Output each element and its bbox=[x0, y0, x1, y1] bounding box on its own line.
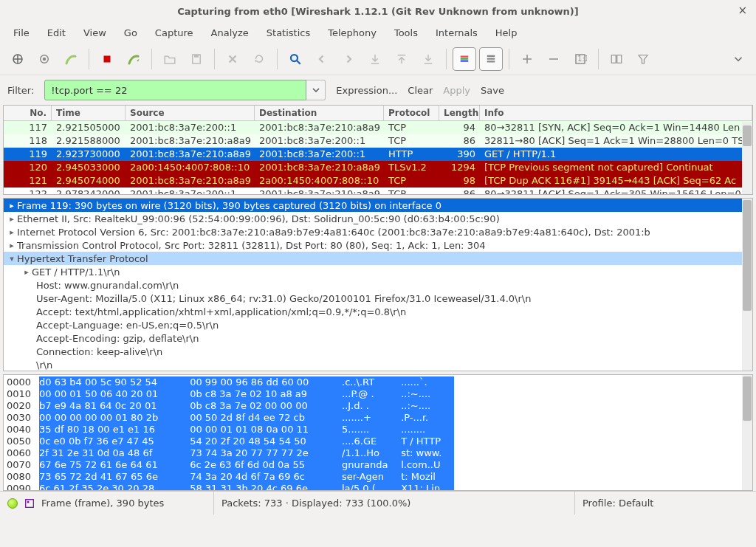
zoom-out-icon[interactable] bbox=[542, 47, 566, 71]
scrollbar[interactable] bbox=[742, 375, 752, 490]
packet-row[interactable]: 1212.9450740002001:bc8:3a7e:210:a8a92a00… bbox=[4, 174, 752, 188]
hex-row[interactable]: 00500c e0 0b f7 36 e7 47 45 54 20 2f 20 … bbox=[7, 436, 749, 447]
menu-file[interactable]: File bbox=[6, 24, 37, 41]
scrollbar[interactable] bbox=[742, 199, 752, 371]
svg-rect-26 bbox=[611, 55, 616, 63]
hex-row[interactable]: 0000d0 63 b4 00 5c 90 52 54 00 99 00 96 … bbox=[7, 376, 749, 388]
separator bbox=[446, 49, 447, 69]
zoom-100-icon[interactable]: 1:1 bbox=[568, 47, 592, 71]
hex-row[interactable]: 004035 df 80 18 00 e1 e1 16 00 00 01 01 … bbox=[7, 424, 749, 436]
expand-icon[interactable]: ▸ bbox=[21, 267, 32, 277]
hex-row[interactable]: 008073 65 72 2d 41 67 65 6e 74 3a 20 4d … bbox=[7, 471, 749, 483]
detail-frame[interactable]: ▸Frame 119: 390 bytes on wire (3120 bits… bbox=[4, 199, 752, 212]
packet-row[interactable]: 1172.9215050002001:bc8:3a7e:200::12001:b… bbox=[4, 121, 752, 134]
capture-filters-icon[interactable] bbox=[631, 47, 655, 71]
col-source[interactable]: Source bbox=[126, 106, 255, 120]
options-icon[interactable] bbox=[32, 47, 56, 71]
detail-http-line[interactable]: Connection: keep-alive\r\n bbox=[4, 345, 752, 358]
detail-ethernet[interactable]: ▸Ethernet II, Src: RealtekU_99:00:96 (52… bbox=[4, 212, 752, 225]
resize-columns-icon[interactable] bbox=[605, 47, 628, 71]
colorize-icon[interactable] bbox=[453, 47, 476, 71]
col-length[interactable]: Length bbox=[439, 106, 480, 120]
expression-button[interactable]: Expression... bbox=[336, 85, 397, 96]
detail-http[interactable]: ▾Hypertext Transfer Protocol bbox=[4, 252, 752, 265]
packet-row[interactable]: 1222.9782420002001:bc8:3a7e:200::12001:b… bbox=[4, 188, 752, 194]
expand-icon[interactable]: ▸ bbox=[7, 227, 17, 237]
col-no[interactable]: No. bbox=[4, 106, 52, 120]
menu-view[interactable]: View bbox=[76, 24, 114, 41]
filter-input[interactable] bbox=[44, 80, 306, 100]
detail-http-get[interactable]: ▸GET / HTTP/1.1\r\n bbox=[4, 265, 752, 278]
reload-icon[interactable] bbox=[247, 47, 271, 71]
packet-list[interactable]: No. Time Source Destination Protocol Len… bbox=[3, 105, 753, 195]
col-proto[interactable]: Protocol bbox=[384, 106, 439, 120]
packet-list-header[interactable]: No. Time Source Destination Protocol Len… bbox=[4, 106, 752, 121]
detail-http-line[interactable]: Accept-Language: en-US,en;q=0.5\r\n bbox=[4, 318, 752, 331]
detail-http-line[interactable]: \r\n bbox=[4, 358, 752, 371]
go-to-packet-icon[interactable] bbox=[363, 47, 387, 71]
detail-http-line[interactable]: Host: www.gnurandal.com\r\n bbox=[4, 278, 752, 292]
menu-statistics[interactable]: Statistics bbox=[259, 24, 317, 41]
packet-details[interactable]: ▸Frame 119: 390 bytes on wire (3120 bits… bbox=[3, 198, 753, 371]
close-file-icon[interactable] bbox=[221, 47, 244, 71]
hex-row[interactable]: 0020b7 e9 4a 81 64 0c 20 01 0b c8 3a 7e … bbox=[7, 400, 749, 412]
apply-button[interactable]: Apply bbox=[443, 85, 470, 96]
col-time[interactable]: Time bbox=[52, 106, 126, 120]
hex-row[interactable]: 00602f 31 2e 31 0d 0a 48 6f 73 74 3a 20 … bbox=[7, 447, 749, 459]
go-forward-icon[interactable] bbox=[337, 47, 360, 71]
expand-icon[interactable]: ▸ bbox=[7, 241, 17, 250]
save-file-icon[interactable] bbox=[185, 47, 208, 71]
stop-capture-icon[interactable] bbox=[95, 47, 119, 71]
menu-edit[interactable]: Edit bbox=[40, 24, 73, 41]
filter-box bbox=[44, 80, 326, 100]
expert-info-icon[interactable] bbox=[24, 498, 35, 509]
restart-capture-icon[interactable] bbox=[122, 47, 145, 71]
scrollbar[interactable] bbox=[742, 122, 752, 194]
capture-led-icon bbox=[7, 498, 18, 509]
collapse-icon[interactable]: ▾ bbox=[7, 254, 17, 264]
menu-analyze[interactable]: Analyze bbox=[204, 24, 256, 41]
save-button[interactable]: Save bbox=[481, 85, 504, 96]
open-file-icon[interactable] bbox=[158, 47, 182, 71]
toolbar-overflow-icon[interactable] bbox=[726, 47, 750, 71]
filter-dropdown-icon[interactable] bbox=[306, 80, 326, 100]
menu-telephony[interactable]: Telephony bbox=[320, 24, 384, 41]
detail-ipv6[interactable]: ▸Internet Protocol Version 6, Src: 2001:… bbox=[4, 225, 752, 238]
find-icon[interactable] bbox=[284, 47, 307, 71]
hex-row[interactable]: 007067 6e 75 72 61 6e 64 61 6c 2e 63 6f … bbox=[7, 459, 749, 471]
hex-row[interactable]: 001000 00 01 50 06 40 20 01 0b c8 3a 7e … bbox=[7, 388, 749, 400]
status-profile[interactable]: Profile: Default bbox=[583, 498, 653, 509]
menu-internals[interactable]: Internals bbox=[428, 24, 485, 41]
menu-capture[interactable]: Capture bbox=[148, 24, 201, 41]
svg-rect-16 bbox=[461, 58, 469, 59]
zoom-in-icon[interactable] bbox=[515, 47, 539, 71]
clear-button[interactable]: Clear bbox=[408, 85, 433, 96]
hex-view[interactable]: 0000d0 63 b4 00 5c 90 52 54 00 99 00 96 … bbox=[3, 374, 753, 491]
expand-icon[interactable]: ▸ bbox=[7, 214, 17, 224]
menu-help[interactable]: Help bbox=[488, 24, 525, 41]
col-dest[interactable]: Destination bbox=[255, 106, 384, 120]
start-capture-icon[interactable] bbox=[59, 47, 83, 71]
go-last-icon[interactable] bbox=[416, 47, 440, 71]
go-first-icon[interactable] bbox=[390, 47, 413, 71]
hex-row[interactable]: 00906c 61 2f 35 2e 30 20 28 58 31 31 3b … bbox=[7, 483, 749, 491]
menu-tools[interactable]: Tools bbox=[387, 24, 425, 41]
detail-tcp[interactable]: ▸Transmission Control Protocol, Src Port… bbox=[4, 238, 752, 252]
col-info[interactable]: Info bbox=[480, 106, 752, 120]
interfaces-icon[interactable] bbox=[6, 47, 30, 71]
packet-row[interactable]: 1192.9237300002001:bc8:3a7e:210:a8a92001… bbox=[4, 148, 752, 161]
separator bbox=[214, 49, 215, 69]
detail-http-line[interactable]: Accept-Encoding: gzip, deflate\r\n bbox=[4, 331, 752, 345]
packet-rows: 1172.9215050002001:bc8:3a7e:200::12001:b… bbox=[4, 121, 752, 194]
autoscroll-icon[interactable] bbox=[479, 47, 503, 71]
detail-http-line[interactable]: Accept: text/html,application/xhtml+xml,… bbox=[4, 305, 752, 318]
detail-http-line[interactable]: User-Agent: Mozilla/5.0 (X11; Linux x86_… bbox=[4, 292, 752, 305]
packet-row[interactable]: 1202.9450330002a00:1450:4007:808::102001… bbox=[4, 161, 752, 174]
svg-rect-15 bbox=[461, 55, 469, 57]
menu-go[interactable]: Go bbox=[117, 24, 145, 41]
packet-row[interactable]: 1182.9215880002001:bc8:3a7e:210:a8a92001… bbox=[4, 134, 752, 148]
hex-row[interactable]: 003000 00 00 00 00 01 80 2b 00 50 2d 8f … bbox=[7, 412, 749, 424]
close-icon[interactable]: × bbox=[738, 4, 747, 17]
expand-icon[interactable]: ▸ bbox=[7, 201, 17, 210]
go-back-icon[interactable] bbox=[310, 47, 334, 71]
